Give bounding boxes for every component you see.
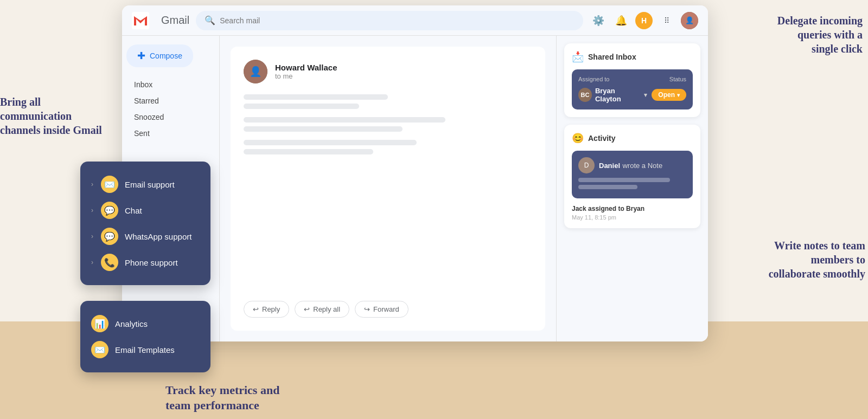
channels-feature-card: › ✉️ Email support › 💬 Chat › 💬 WhatsApp… <box>80 162 210 285</box>
compose-plus-icon: ✚ <box>137 50 145 62</box>
email-view: 👤 Howard Wallace to me <box>231 47 545 331</box>
note-line-1 <box>578 178 670 182</box>
reply-icon: ↩ <box>253 305 259 313</box>
channel-item-whatsapp[interactable]: › 💬 WhatsApp support <box>91 223 200 249</box>
gmail-title-label: Gmail <box>161 14 189 27</box>
status-badge[interactable]: Open ▾ <box>652 89 686 101</box>
whatsapp-icon: 💬 <box>101 228 118 245</box>
email-line-6 <box>244 149 373 154</box>
chat-label: Chat <box>125 206 142 215</box>
email-body-lines <box>244 94 532 154</box>
user-avatar-icon[interactable]: H <box>635 12 653 29</box>
annotation-write-notes: Write notes to teammembers tocollaborate… <box>735 238 865 281</box>
tool-item-analytics[interactable]: 📊 Analytics <box>91 311 200 337</box>
status-label: Status <box>669 76 686 82</box>
email-line-2 <box>244 104 359 109</box>
settings-icon[interactable]: ⚙️ <box>590 12 607 29</box>
channel-item-chat[interactable]: › 💬 Chat <box>91 197 200 223</box>
phone-label: Phone support <box>125 258 178 267</box>
gmail-topbar: Gmail 🔍 ⚙️ 🔔 H ⠿ 👤 <box>122 5 708 36</box>
whatsapp-label: WhatsApp support <box>125 232 192 241</box>
channel-item-phone[interactable]: › 📞 Phone support <box>91 249 200 275</box>
activity-note-card: D Daniel wrote a Note <box>572 151 693 198</box>
shared-inbox-icon: 📩 <box>572 51 584 63</box>
email-line-5 <box>244 140 417 145</box>
phone-support-icon: 📞 <box>101 254 118 271</box>
compose-button[interactable]: ✚ Compose <box>126 44 193 67</box>
sidebar-item-inbox[interactable]: Inbox <box>126 77 215 92</box>
shared-inbox-title: Shared Inbox <box>588 53 636 61</box>
email-sender-name: Howard Wallace <box>275 63 337 72</box>
status-chevron-icon: ▾ <box>677 92 680 98</box>
email-support-icon: ✉️ <box>101 176 118 193</box>
annotation-delegate: Delegate incomingqueries with asingle cl… <box>738 14 863 56</box>
email-templates-icon: ✉️ <box>91 341 108 358</box>
sidebar-item-snoozed[interactable]: Snoozed <box>126 109 215 125</box>
tool-item-templates[interactable]: ✉️ Email Templates <box>91 337 200 363</box>
forward-label: Forward <box>373 305 399 313</box>
email-sender-avatar: 👤 <box>244 60 267 83</box>
note-author-name: Daniel <box>599 162 620 170</box>
notifications-icon[interactable]: 🔔 <box>612 12 630 29</box>
email-line-4 <box>244 126 403 132</box>
reply-all-label: Reply all <box>313 305 340 313</box>
email-support-label: Email support <box>125 180 175 189</box>
email-sender-info: Howard Wallace to me <box>275 63 337 80</box>
chat-icon: 💬 <box>101 202 118 219</box>
gmail-logo <box>132 12 149 29</box>
gmail-right-panel: 📩 Shared Inbox Assigned to Status BC Bry… <box>556 36 708 341</box>
gmail-search-bar[interactable]: 🔍 <box>196 11 583 30</box>
assign-middle-text: assigned to <box>588 205 626 212</box>
reply-label: Reply <box>262 305 280 313</box>
analytics-label: Analytics <box>115 319 148 328</box>
sidebar-item-sent[interactable]: Sent <box>126 126 215 141</box>
email-actions: ↩ Reply ↩ Reply all ↪ Forward <box>244 292 532 318</box>
activity-timestamp: May 11, 8:15 pm <box>572 214 693 221</box>
shared-inbox-card: 📩 Shared Inbox Assigned to Status BC Bry… <box>564 43 700 117</box>
chevron-icon-phone: › <box>91 259 93 266</box>
email-templates-label: Email Templates <box>115 345 175 354</box>
forward-button[interactable]: ↪ Forward <box>355 301 409 318</box>
annotation-track: Track key metrics andteam performance <box>165 383 328 414</box>
search-icon: 🔍 <box>205 15 215 25</box>
activity-title: Activity <box>588 134 616 143</box>
reply-all-button[interactable]: ↩ Reply all <box>295 301 349 318</box>
assign-from-name: Jack <box>572 205 586 212</box>
activity-title-row: 😊 Activity <box>572 132 693 144</box>
gmail-main-panel: 👤 Howard Wallace to me <box>220 36 556 341</box>
assign-person: BC Bryan Clayton ▾ <box>578 87 647 103</box>
email-line-1 <box>244 94 388 100</box>
gmail-logo-svg <box>132 12 149 29</box>
tools-feature-card: 📊 Analytics ✉️ Email Templates <box>80 301 210 372</box>
email-header: 👤 Howard Wallace to me <box>244 60 532 83</box>
activity-card: 😊 Activity D Daniel wrote a Note <box>564 125 700 228</box>
channel-item-email[interactable]: › ✉️ Email support <box>91 171 200 197</box>
assignee-name: Bryan Clayton <box>595 87 641 103</box>
assigned-to-label: Assigned to <box>578 76 609 82</box>
email-line-3 <box>244 117 445 123</box>
status-text: Open <box>658 91 675 99</box>
search-input[interactable] <box>220 16 575 25</box>
forward-icon: ↪ <box>364 305 370 313</box>
sidebar-item-starred[interactable]: Starred <box>126 93 215 108</box>
analytics-icon: 📊 <box>91 315 108 332</box>
assign-grid: Assigned to Status BC Bryan Clayton ▾ Op… <box>572 69 693 109</box>
compose-label: Compose <box>150 51 182 60</box>
activity-icon: 😊 <box>572 132 584 144</box>
annotation-bring-all: Bring allcommunicationchannels inside Gm… <box>0 95 114 137</box>
reply-button[interactable]: ↩ Reply <box>244 301 289 318</box>
topbar-icons: ⚙️ 🔔 H ⠿ 👤 <box>590 12 698 29</box>
profile-avatar[interactable]: 👤 <box>681 12 698 29</box>
shared-inbox-title-row: 📩 Shared Inbox <box>572 51 693 63</box>
chevron-icon-whatsapp: › <box>91 233 93 240</box>
note-author-avatar: D <box>578 157 595 173</box>
note-line-2 <box>578 185 637 189</box>
reply-all-icon: ↩ <box>304 305 310 313</box>
chevron-down-icon[interactable]: ▾ <box>644 92 647 99</box>
chevron-icon-chat: › <box>91 207 93 214</box>
activity-assign-text: Jack assigned to Bryan <box>572 205 693 212</box>
note-header: D Daniel wrote a Note <box>578 157 686 173</box>
apps-icon[interactable]: ⠿ <box>658 12 675 29</box>
note-action-label: wrote a Note <box>622 162 662 170</box>
email-to-label: to me <box>275 72 337 80</box>
